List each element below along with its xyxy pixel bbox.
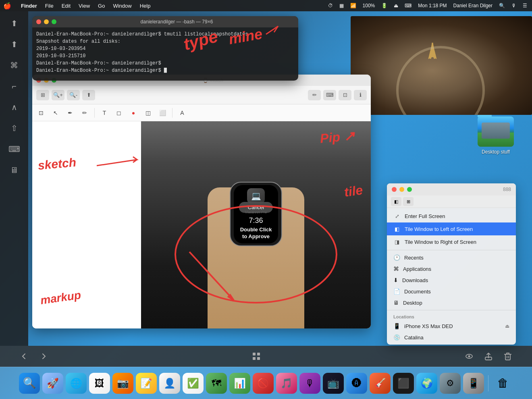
dock-system-prefs[interactable]: ⚙ — [440, 373, 461, 394]
dock-numbers[interactable]: 📊 — [229, 373, 250, 394]
dock-iphone-img[interactable]: 📱 — [463, 373, 484, 394]
ctx-view-toggle[interactable]: ⊞ — [403, 197, 414, 206]
ctx-catalina[interactable]: 💿 Catalina — [387, 332, 516, 343]
eject-icon[interactable]: ⏏ — [392, 3, 400, 8]
dock-photos2[interactable]: 📷 — [112, 373, 133, 394]
keyboard-icon[interactable]: ⌨ — [403, 3, 413, 8]
ctx-close-button[interactable] — [392, 187, 397, 192]
tool-arrow[interactable]: ↖ — [50, 107, 61, 118]
toolbar-back-btn[interactable] — [16, 348, 32, 364]
tool-shapes[interactable]: ◻ — [113, 107, 125, 118]
tool-pencil[interactable]: ✏ — [79, 107, 90, 118]
toolbar-zoom-out-btn[interactable]: 🔍- — [67, 90, 80, 100]
dock-finder[interactable]: 🔍 — [19, 373, 40, 394]
ctx-downloads[interactable]: ⬇ Downloads — [387, 274, 516, 286]
dock-itunes[interactable]: 🎵 — [276, 373, 297, 394]
menubar-window[interactable]: Window — [109, 0, 135, 11]
tool-text[interactable]: T — [99, 107, 110, 118]
tool-divider-2 — [172, 108, 172, 118]
sidebar-chevron-icon[interactable]: ∧ — [7, 100, 21, 114]
menubar-view[interactable]: View — [75, 0, 94, 11]
sidebar-display-icon[interactable]: 🖥 — [7, 163, 21, 177]
dock-stickies[interactable]: 📝 — [136, 373, 157, 394]
svg-rect-4 — [253, 353, 256, 355]
dock-chrome[interactable]: 🌍 — [416, 373, 437, 394]
sidebar-command-icon[interactable]: ⌘ — [7, 58, 21, 73]
ctx-desktop[interactable]: 🖥 Desktop — [387, 297, 516, 308]
ctx-sidebar-toggle[interactable]: ◧ — [391, 197, 401, 206]
toolbar-zoom-in-btn[interactable]: 🔍+ — [52, 90, 64, 100]
dock-contacts[interactable]: 👤 — [159, 373, 180, 394]
terminal-title: danielerandilger — -bash — 79×6 — [59, 19, 294, 25]
time-machine-icon[interactable]: ⏱ — [326, 3, 335, 8]
tool-stroke[interactable]: ⬜ — [157, 107, 168, 118]
toolbar-share-btn[interactable]: ⬆ — [82, 90, 95, 100]
ctx-minimize-button[interactable] — [399, 187, 404, 192]
ctx-enter-fullscreen[interactable]: ⤢ Enter Full Screen — [387, 210, 516, 222]
desktop-folder[interactable]: Desktop stuff — [472, 115, 520, 155]
toolbar-grid-btn[interactable] — [248, 348, 264, 364]
toolbar-delete-btn[interactable] — [500, 348, 516, 364]
ctx-divider-2 — [387, 310, 516, 310]
toolbar-eye-btn[interactable] — [461, 348, 477, 364]
dock-podcasts[interactable]: 🎙 — [299, 373, 320, 394]
tool-pen[interactable]: ✒ — [64, 107, 76, 118]
watch-canvas[interactable]: sketch 💻 Daniel — [32, 121, 371, 328]
toolbar-info-btn[interactable]: ℹ — [354, 90, 367, 100]
menubar-edit[interactable]: Edit — [58, 0, 75, 11]
wifi-icon[interactable]: 📶 — [349, 3, 358, 8]
terminal-minimize-button[interactable] — [44, 19, 49, 24]
cancel-button[interactable]: Cancel — [239, 202, 273, 213]
ctx-recents[interactable]: 🕐 Recents — [387, 252, 516, 263]
tool-font[interactable]: A — [177, 107, 188, 118]
terminal-zoom-button[interactable] — [52, 19, 56, 24]
tool-select[interactable]: ⊡ — [35, 107, 47, 118]
dock-terminal[interactable]: ⬛ — [393, 373, 414, 394]
search-menubar-icon[interactable]: 🔍 — [497, 3, 507, 8]
terminal-content[interactable]: Daniel-Eran-MacBook-Pro:~ danielerandilg… — [32, 27, 298, 77]
dock-trash[interactable]: 🗑 — [493, 373, 513, 394]
sidebar-keyboard-icon[interactable]: ⌨ — [7, 142, 21, 156]
ctx-catalina-label: Catalina — [404, 335, 424, 341]
sidebar-arrow-icon[interactable]: ⇧ — [7, 121, 21, 135]
toolbar-forward-btn[interactable] — [35, 348, 52, 364]
dock-safari[interactable]: 🌐 — [66, 373, 87, 394]
sidebar-corner-icon[interactable]: ⌐ — [7, 79, 21, 94]
ctx-size: 888 — [415, 187, 511, 192]
tool-fill[interactable]: ◫ — [142, 107, 154, 118]
ctx-documents[interactable]: 📄 Documents — [387, 286, 516, 297]
ctx-zoom-button[interactable] — [407, 187, 412, 192]
dock-tv[interactable]: 📺 — [323, 373, 344, 394]
ctx-tile-right[interactable]: ◨ Tile Window to Right of Screen — [387, 235, 516, 248]
dock-garageband[interactable]: 🎸 — [370, 373, 391, 394]
apple-menu-icon[interactable]: 🍎 — [3, 2, 11, 10]
toolbar-pencil-btn[interactable]: ✏ — [308, 90, 321, 100]
dock-photos[interactable]: 🖼 — [89, 373, 110, 394]
dock-appstore[interactable]: 🅐 — [346, 373, 367, 394]
menubar-finder[interactable]: Finder — [17, 0, 41, 11]
toolbar-markup-btn[interactable]: ⌨ — [323, 90, 336, 100]
siri-icon[interactable]: 🎙 — [510, 3, 518, 8]
iphone-eject-icon[interactable]: ⏏ — [505, 323, 509, 329]
terminal-close-button[interactable] — [36, 19, 41, 24]
toolbar-share-btn[interactable] — [480, 348, 497, 364]
display-icon[interactable]: ▦ — [338, 3, 345, 8]
battery-icon[interactable]: 🔋 — [380, 3, 389, 8]
dock-launchpad[interactable]: 🚀 — [42, 373, 63, 394]
dock-maps[interactable]: 🗺 — [206, 373, 227, 394]
toolbar-copy-btn[interactable]: ⊡ — [339, 90, 351, 100]
dock-vectorize[interactable]: 🚫 — [253, 373, 274, 394]
menubar-help[interactable]: Help — [136, 0, 155, 11]
ctx-iphone[interactable]: 📱 iPhone XS Max DED ⏏ — [387, 320, 516, 332]
menubar-go[interactable]: Go — [94, 0, 109, 11]
sidebar-upload2-icon[interactable]: ⬆ — [7, 37, 21, 52]
sidebar-upload-icon[interactable]: ⬆ — [7, 16, 21, 31]
ctx-applications[interactable]: ⌘ Applications — [387, 263, 516, 274]
toolbar-grid-btn[interactable]: ⊞ — [36, 90, 49, 100]
dock-reminders[interactable]: ✅ — [183, 373, 204, 394]
tool-color[interactable]: ● — [128, 107, 139, 118]
ctx-tile-left[interactable]: ◧ Tile Window to Left of Screen — [387, 222, 516, 235]
ctx-locations-header: Locations — [387, 312, 516, 320]
control-center-icon[interactable]: ☰ — [521, 3, 529, 8]
menubar-file[interactable]: File — [41, 0, 58, 11]
